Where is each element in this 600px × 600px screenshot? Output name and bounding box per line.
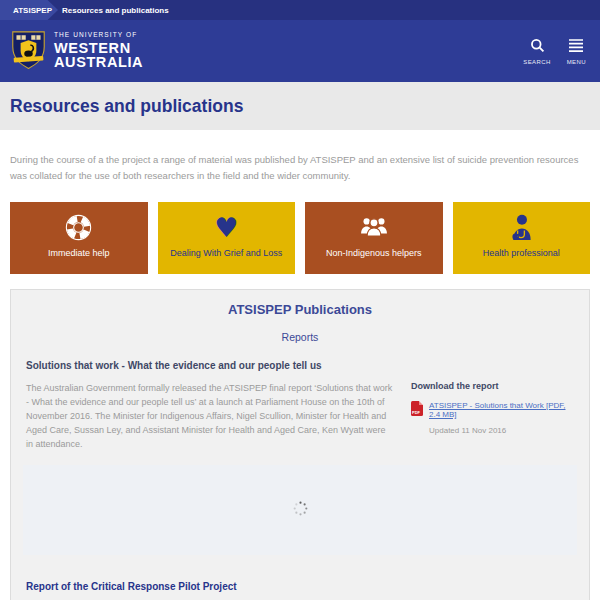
uwa-crest-icon — [10, 28, 47, 74]
wordmark-line3: AUSTRALIA — [54, 55, 143, 70]
wordmark-line2: WESTERN — [54, 41, 143, 56]
heart-icon: ♥ — [214, 211, 238, 243]
download-label: Download the report — [411, 381, 574, 391]
uwa-wordmark: THE UNIVERSITY OF WESTERN AUSTRALIA — [54, 32, 143, 70]
pdf-badge: PDF — [412, 410, 420, 415]
report-body-text: The Australian Government formally relea… — [26, 381, 394, 451]
breadcrumb-home-link[interactable]: ATSISPEP — [0, 0, 58, 20]
wordmark-line1: THE UNIVERSITY OF — [54, 32, 143, 39]
search-icon — [530, 38, 545, 57]
header-actions: SEARCH MENU — [523, 38, 586, 65]
publications-title: ATSISPEP Publications — [11, 302, 589, 317]
card-label: Health professional — [483, 248, 560, 258]
quick-links-row: Immediate help ♥ Dealing With Grief and … — [0, 202, 600, 274]
download-text: ATSISPEP - Solutions that Work [PDF, 2.4… — [429, 401, 574, 437]
menu-label: MENU — [567, 59, 586, 65]
page-title: Resources and publications — [10, 96, 243, 117]
uwa-logo[interactable]: THE UNIVERSITY OF WESTERN AUSTRALIA — [10, 28, 143, 74]
breadcrumb-current[interactable]: Resources and publications — [62, 0, 169, 20]
pdf-download-link[interactable]: ATSISPEP - Solutions that Work [PDF, 2.4… — [429, 401, 574, 419]
site-header: THE UNIVERSITY OF WESTERN AUSTRALIA SEAR… — [0, 20, 600, 82]
download-column: Download the report PDF ATSISPEP - Solut… — [411, 381, 574, 451]
card-non-indigenous-helpers[interactable]: Non-Indigenous helpers — [305, 202, 443, 274]
search-label: SEARCH — [523, 59, 550, 65]
pdf-file-icon[interactable]: PDF — [411, 401, 423, 416]
menu-button[interactable]: MENU — [567, 38, 586, 65]
loading-spinner-icon — [293, 501, 308, 520]
download-item: PDF ATSISPEP - Solutions that Work [PDF,… — [411, 401, 574, 437]
card-health-professional[interactable]: Health professional — [453, 202, 591, 274]
card-label: Dealing With Grief and Loss — [170, 248, 282, 258]
report-row: The Australian Government formally relea… — [26, 381, 574, 451]
card-label: Immediate help — [48, 248, 110, 258]
report-heading-solutions: Solutions that work - What the evidence … — [26, 360, 574, 371]
publications-subtitle: Reports — [11, 331, 589, 343]
embed-placeholder — [23, 465, 577, 555]
card-grief-and-loss[interactable]: ♥ Dealing With Grief and Loss — [158, 202, 296, 274]
card-immediate-help[interactable]: Immediate help — [10, 202, 148, 274]
breadcrumb: ATSISPEP Resources and publications — [0, 0, 600, 20]
updated-date: Updated 11 Nov 2016 — [429, 426, 506, 435]
card-label: Non-Indigenous helpers — [326, 248, 422, 258]
report-heading-critical-response: Report of the Critical Response Pilot Pr… — [26, 581, 574, 592]
title-band: Resources and publications — [0, 82, 600, 130]
health-professional-icon — [508, 211, 534, 243]
intro-text: During the course of a the project a ran… — [10, 152, 590, 183]
publications-panel: ATSISPEP Publications Reports Solutions … — [10, 289, 590, 600]
hamburger-menu-icon — [569, 38, 583, 57]
people-icon — [359, 211, 389, 243]
search-button[interactable]: SEARCH — [523, 38, 550, 65]
lifebuoy-icon — [65, 211, 92, 243]
